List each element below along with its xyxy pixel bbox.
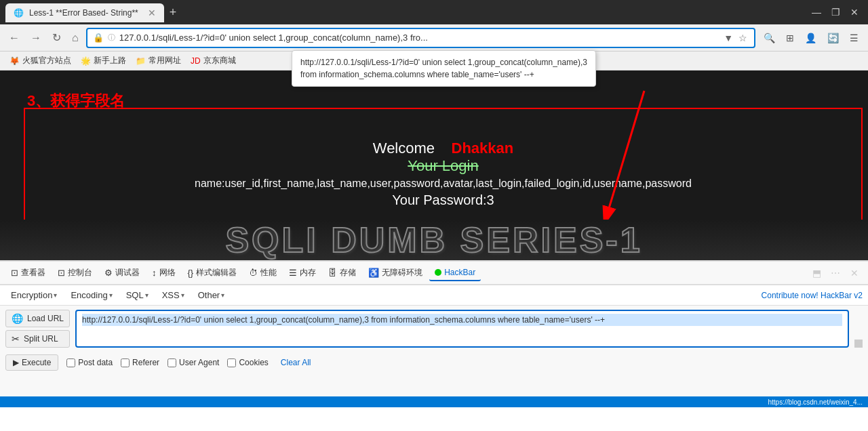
restore-button[interactable]: ❐ (827, 4, 844, 20)
home-button[interactable]: ⌂ (68, 30, 82, 45)
search-dropdown-button[interactable]: ▼ (722, 31, 734, 45)
bookmark-common[interactable]: 📁 常用网址 (132, 54, 185, 68)
devtool-style-editor[interactable]: {} 样式编辑器 (182, 264, 243, 281)
devtool-hackbar[interactable]: HackBar (429, 265, 481, 281)
address-actions: ▼ ☆ (722, 31, 749, 45)
extensions-button[interactable]: ⊞ (782, 30, 798, 46)
devtool-console-label: 控制台 (68, 267, 92, 279)
execute-button[interactable]: ▶ Execute (5, 354, 58, 371)
new-tab-button[interactable]: + (164, 3, 182, 22)
hackbar-checkbox-row: ▶ Execute Post data Referer User Agent C… (0, 352, 868, 373)
address-field[interactable]: 🔒 ⓘ 127.0.0.1/sqli/Less-1/?id=0' union s… (86, 28, 755, 48)
console-icon: ⊡ (58, 268, 65, 278)
jd-icon: JD (191, 56, 201, 66)
cookies-checkbox-label[interactable]: Cookies (227, 358, 268, 367)
useragent-checkbox[interactable] (167, 358, 176, 367)
bookmark-common-label: 常用网址 (149, 55, 181, 66)
hackbar-version: HackBar v2 (821, 291, 863, 300)
hackbar-dot-icon (435, 269, 441, 276)
clear-all-label: Clear All (281, 358, 311, 367)
devtools-dock-button[interactable]: ⬒ (808, 265, 825, 281)
status-bar: https://blog.csdn.net/weixin_4... (0, 396, 868, 407)
welcome-text: Welcome (373, 140, 435, 157)
menu-encoding[interactable]: Encoding ▾ (65, 288, 117, 302)
post-data-checkbox-label[interactable]: Post data (66, 358, 113, 367)
menu-other[interactable]: Other ▾ (193, 288, 231, 302)
devtool-memory-label: 内存 (300, 267, 316, 279)
storage-icon: 🗄 (328, 268, 337, 278)
back-button[interactable]: ← (5, 30, 23, 45)
devtool-network[interactable]: ↕ 网络 (146, 264, 181, 281)
bookmark-jd[interactable]: JD 京东商城 (186, 54, 240, 68)
tab-title: Less-1 **Error Based- String** (29, 8, 138, 18)
bookmark-firefox[interactable]: 🦊 火狐官方站点 (5, 54, 75, 68)
encoding-label: Encoding (71, 290, 107, 300)
load-url-label: Load URL (27, 314, 64, 323)
devtool-memory[interactable]: ☰ 内存 (283, 264, 321, 281)
active-tab[interactable]: 🌐 Less-1 **Error Based- String** ✕ (5, 3, 164, 22)
sql-label: SQL (126, 290, 144, 300)
bookmark-firefox-label: 火狐官方站点 (22, 55, 71, 66)
devtool-accessibility[interactable]: ♿ 无障碍环境 (363, 264, 428, 281)
xss-chevron: ▾ (181, 291, 184, 299)
devtools-bar: ⊡ 查看器 ⊡ 控制台 ⚙ 调试器 ↕ 网络 {} 样式编辑器 ⏱ 性能 ☰ 内… (0, 260, 868, 285)
reload-button[interactable]: ↻ (49, 30, 64, 45)
resize-handle[interactable] (854, 340, 863, 348)
referer-checkbox[interactable] (121, 358, 130, 367)
contribute-link[interactable]: Contribute now! HackBar v2 (762, 291, 863, 300)
url-input-wrapper[interactable]: http://127.0.0.1/sqli/Less-1/?id=0' unio… (75, 310, 849, 348)
style-editor-icon: {} (188, 268, 194, 278)
devtool-performance[interactable]: ⏱ 性能 (243, 264, 282, 281)
devtool-storage[interactable]: 🗄 存储 (323, 264, 361, 281)
devtool-style-editor-label: 样式编辑器 (196, 267, 237, 279)
devtool-storage-label: 存储 (340, 267, 356, 279)
post-data-label: Post data (78, 358, 113, 367)
welcome-line: Welcome Dhakkan (373, 140, 513, 157)
tab-close-button[interactable]: ✕ (148, 7, 156, 18)
clear-all-button[interactable]: Clear All (277, 356, 315, 369)
menu-encryption[interactable]: Encryption ▾ (5, 288, 62, 302)
referer-checkbox-label[interactable]: Referer (121, 358, 159, 367)
url-input[interactable]: http://127.0.0.1/sqli/Less-1/?id=0' unio… (82, 314, 842, 326)
memory-icon: ☰ (289, 268, 297, 278)
load-url-button[interactable]: 🌐 Load URL (5, 310, 70, 327)
devtool-debugger[interactable]: ⚙ 调试器 (99, 264, 145, 281)
cookies-checkbox[interactable] (227, 358, 236, 367)
close-window-button[interactable]: ✕ (846, 4, 863, 20)
menu-sql[interactable]: SQL ▾ (121, 288, 154, 302)
logo-text: SQLI DUMB SERIES-1 (225, 220, 642, 260)
split-url-button[interactable]: ✂ Split URL (5, 330, 70, 348)
lock-icon: ⓘ (108, 33, 115, 43)
search-button[interactable]: 🔍 (760, 30, 779, 46)
debugger-icon: ⚙ (104, 268, 113, 278)
inspector-icon: ⊡ (11, 268, 18, 278)
devtool-inspector[interactable]: ⊡ 查看器 (5, 264, 51, 281)
bookmark-star-button[interactable]: ☆ (737, 31, 749, 45)
bookmark-jd-label: 京东商城 (203, 55, 236, 66)
post-data-checkbox[interactable] (66, 358, 75, 367)
encryption-chevron: ▾ (54, 291, 57, 299)
encoding-chevron: ▾ (109, 291, 113, 299)
forward-button[interactable]: → (27, 30, 45, 45)
sync-button[interactable]: 🔄 (823, 30, 843, 46)
referer-label: Referer (132, 358, 159, 367)
address-text: 127.0.0.1/sqli/Less-1/?id=0' union selec… (119, 33, 718, 43)
devtools-close-button[interactable]: ✕ (846, 265, 863, 281)
tab-area: 🌐 Less-1 **Error Based- String** ✕ + (5, 3, 808, 22)
devtool-console[interactable]: ⊡ 控制台 (52, 264, 98, 281)
devtools-more-button[interactable]: ⋯ (827, 265, 844, 281)
profile-button[interactable]: 👤 (801, 30, 821, 46)
bookmark-newuser[interactable]: 🌟 新手上路 (77, 54, 130, 68)
split-url-label: Split URL (24, 334, 58, 344)
useragent-checkbox-label[interactable]: User Agent (167, 358, 219, 367)
performance-icon: ⏱ (249, 268, 258, 278)
url-tooltip-line2: from information_schema.columns where ta… (300, 68, 587, 81)
url-tooltip-line1: http://127.0.0.1/sqli/Less-1/?id=0' unio… (300, 56, 587, 68)
password-line: Your Password:3 (392, 192, 494, 208)
hackbar-url-area: 🌐 Load URL ✂ Split URL http://127.0.0.1/… (0, 306, 868, 352)
minimize-button[interactable]: — (808, 4, 825, 20)
menu-button[interactable]: ☰ (846, 30, 863, 46)
contribute-text: Contribute now! (762, 291, 818, 300)
sql-chevron: ▾ (145, 291, 149, 299)
menu-xss[interactable]: XSS ▾ (157, 288, 190, 302)
